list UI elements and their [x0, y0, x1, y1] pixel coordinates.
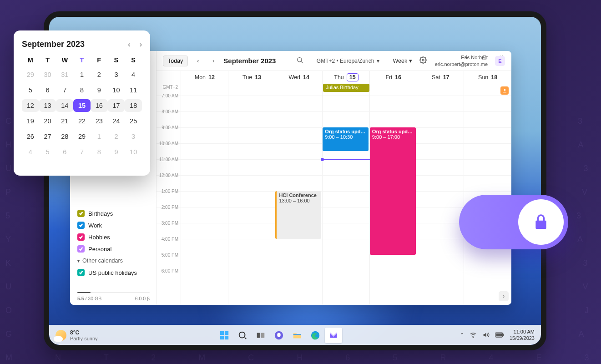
mini-cal-day[interactable]: 19 — [22, 115, 39, 127]
calendar-event[interactable]: Org status upd…9:00 – 17:00 — [370, 127, 416, 255]
mini-cal-day[interactable]: 25 — [125, 115, 142, 127]
day-header[interactable]: Wed 14 — [275, 71, 323, 84]
mini-cal-day[interactable]: 7 — [56, 84, 73, 96]
edge-icon[interactable] — [307, 328, 324, 343]
mini-cal-day[interactable]: 20 — [39, 115, 56, 127]
checkbox-icon[interactable] — [77, 245, 85, 253]
wifi-icon[interactable] — [470, 331, 477, 339]
mini-cal-day[interactable]: 12 — [22, 99, 39, 112]
today-button[interactable]: Today — [163, 56, 188, 66]
explorer-icon[interactable] — [288, 328, 306, 343]
mini-cal-day[interactable]: 4 — [125, 68, 142, 81]
day-header[interactable]: Tue 13 — [228, 71, 276, 84]
calendar-item-personal[interactable]: Personal — [76, 243, 151, 255]
mini-cal-day[interactable]: 27 — [39, 130, 56, 143]
checkbox-icon[interactable] — [77, 222, 85, 229]
mini-cal-day[interactable]: 6 — [56, 146, 73, 158]
calendar-item-work[interactable]: Work — [76, 219, 151, 231]
mini-cal-next[interactable]: › — [140, 40, 142, 49]
search-icon[interactable] — [234, 328, 251, 343]
hour-label: 11:00 AM — [157, 157, 181, 162]
expand-sidepanel-button[interactable]: › — [499, 291, 509, 301]
tray-chevron-icon[interactable]: ⌃ — [460, 332, 464, 338]
day-header[interactable]: Sat 17 — [417, 71, 465, 84]
volume-icon[interactable] — [482, 331, 490, 339]
calendar-event[interactable]: Org status upd…9:00 – 10:30 — [323, 127, 369, 151]
mini-cal-day[interactable]: 13 — [39, 99, 56, 112]
task-view-icon[interactable] — [252, 328, 269, 343]
timezone-picker[interactable]: GMT+2 • Europe/Zurich ▾ — [317, 58, 380, 64]
mini-cal-day[interactable]: 14 — [56, 99, 73, 112]
checkbox-icon[interactable] — [77, 233, 85, 241]
mini-cal-day[interactable]: 2 — [91, 68, 108, 81]
mini-cal-day[interactable]: 3 — [108, 68, 125, 81]
calendar-item-hobbies[interactable]: Hobbies — [76, 231, 151, 243]
start-icon[interactable] — [216, 328, 233, 343]
mini-cal-day[interactable]: 9 — [91, 84, 108, 96]
taskbar-tray: ⌃ 11:00 AM 15/09/2023 — [460, 329, 535, 342]
checkbox-icon[interactable] — [77, 210, 85, 217]
mini-cal-day[interactable]: 30 — [39, 68, 56, 81]
calendar-main: Today ‹ › September 2023 GMT+2 • Europe/… — [157, 51, 511, 305]
mini-cal-day[interactable]: 7 — [73, 146, 91, 158]
battery-icon[interactable] — [495, 332, 504, 339]
view-picker[interactable]: Week ▾ — [393, 57, 412, 64]
mini-cal-day[interactable]: 17 — [108, 99, 125, 112]
mini-cal-day[interactable]: 16 — [91, 99, 108, 112]
allday-event[interactable]: Julias Birthday — [323, 84, 369, 92]
prev-week-button[interactable]: ‹ — [192, 57, 203, 64]
user-info[interactable]: Eric Norbert eric.norbert@proton.me — [435, 54, 488, 67]
taskbar-clock[interactable]: 11:00 AM 15/09/2023 — [510, 329, 535, 342]
chat-icon[interactable] — [270, 328, 288, 343]
calendar-item-birthdays[interactable]: Birthdays — [76, 207, 151, 219]
calendar-event[interactable]: HCI Conference13:00 – 16:00 — [275, 191, 321, 239]
search-icon[interactable] — [296, 56, 303, 65]
svg-rect-4 — [225, 331, 228, 334]
mini-cal-day[interactable]: 29 — [22, 68, 39, 81]
mini-cal-day[interactable]: 11 — [125, 84, 142, 96]
calendar-item-us-holidays[interactable]: US public holidays — [76, 267, 151, 278]
mini-cal-day[interactable]: 9 — [108, 146, 125, 158]
now-indicator — [323, 159, 370, 160]
mini-cal-day[interactable]: 23 — [91, 115, 108, 127]
privacy-lock-toggle[interactable] — [459, 195, 568, 249]
mini-cal-day[interactable]: 5 — [39, 146, 56, 158]
mini-cal-day[interactable]: 26 — [22, 130, 39, 143]
mini-cal-day[interactable]: 4 — [22, 146, 39, 158]
day-header[interactable]: Mon 12 — [181, 71, 228, 84]
day-header[interactable]: Fri 16 — [370, 71, 417, 84]
next-week-button[interactable]: › — [208, 57, 219, 64]
people-icon[interactable] — [500, 86, 509, 95]
mini-cal-day[interactable]: 1 — [91, 130, 108, 143]
mini-cal-day[interactable]: 3 — [125, 130, 142, 143]
avatar[interactable]: E — [495, 56, 505, 66]
checkbox-icon[interactable] — [77, 269, 85, 276]
mini-cal-day[interactable]: 8 — [73, 84, 91, 96]
mini-cal-day[interactable]: 24 — [108, 115, 125, 127]
gear-icon[interactable] — [419, 56, 427, 65]
mini-cal-day[interactable]: 21 — [56, 115, 73, 127]
taskbar-weather[interactable]: 8°C Partly sunny — [56, 329, 98, 341]
svg-rect-16 — [503, 334, 504, 336]
day-header[interactable]: Thu 15 — [323, 71, 370, 84]
mini-cal-weekday: F — [91, 55, 108, 66]
mini-cal-day[interactable]: 15 — [73, 99, 91, 112]
weather-icon — [56, 330, 66, 341]
mini-cal-day[interactable]: 29 — [73, 130, 91, 143]
svg-point-2 — [504, 89, 505, 91]
mini-cal-day[interactable]: 5 — [22, 84, 39, 96]
day-header[interactable]: Sun 18 — [464, 71, 511, 84]
mini-cal-day[interactable]: 18 — [125, 99, 142, 112]
mini-cal-day[interactable]: 31 — [56, 68, 73, 81]
mini-cal-day[interactable]: 8 — [91, 146, 108, 158]
sidebar-group-other[interactable]: ▾ Other calendars — [77, 258, 150, 264]
mini-cal-day[interactable]: 28 — [56, 130, 73, 143]
mini-cal-day[interactable]: 1 — [73, 68, 91, 81]
mini-cal-day[interactable]: 6 — [39, 84, 56, 96]
mini-cal-day[interactable]: 2 — [108, 130, 125, 143]
mini-cal-day[interactable]: 10 — [108, 84, 125, 96]
mini-cal-prev[interactable]: ‹ — [128, 40, 130, 49]
proton-calendar-icon[interactable] — [325, 328, 342, 343]
mini-cal-day[interactable]: 22 — [73, 115, 91, 127]
mini-cal-day[interactable]: 10 — [125, 146, 142, 158]
